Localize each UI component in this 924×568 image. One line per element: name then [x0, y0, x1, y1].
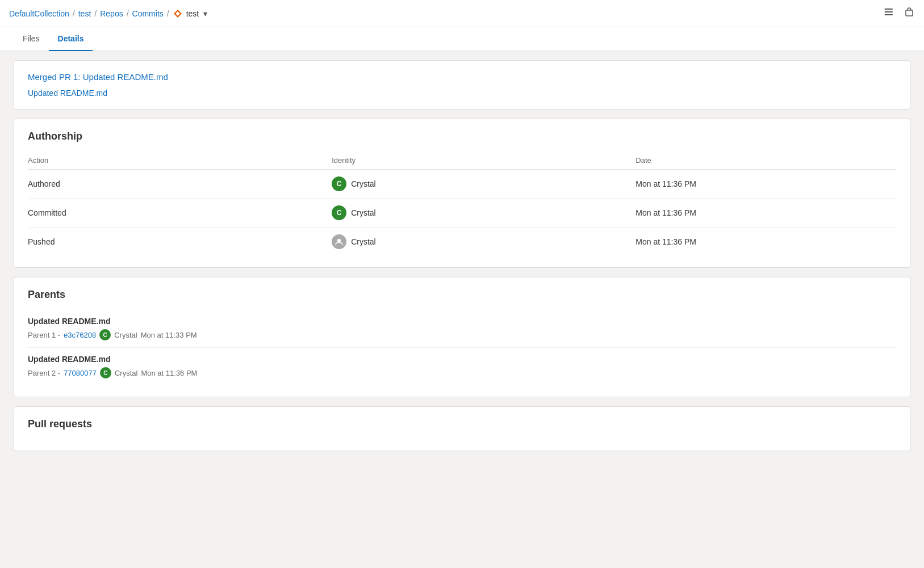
authorship-action: Pushed	[28, 228, 332, 256]
breadcrumb-test1[interactable]: test	[78, 9, 91, 18]
parent-item: Updated README.md Parent 2 - 77080077 C …	[28, 348, 896, 385]
identity-avatar	[332, 234, 346, 249]
parent-date: Mon at 11:33 PM	[141, 331, 197, 339]
authorship-table: Action Identity Date Authored C Crystal …	[28, 152, 896, 256]
breadcrumb-commits[interactable]: Commits	[132, 9, 164, 18]
svg-rect-3	[885, 11, 893, 12]
authorship-date: Mon at 11:36 PM	[635, 170, 896, 199]
parent-label: Parent 2 -	[28, 369, 60, 377]
separator-1: /	[73, 9, 75, 18]
parent-commit-title: Updated README.md	[28, 355, 896, 364]
parent-commit-title: Updated README.md	[28, 317, 896, 326]
authorship-card: Authorship Action Identity Date Authored…	[14, 119, 910, 268]
authorship-row: Committed C Crystal Mon at 11:36 PM	[28, 199, 896, 228]
tabs-bar: Files Details	[0, 27, 924, 51]
tab-details[interactable]: Details	[49, 27, 93, 51]
pull-requests-title: Pull requests	[28, 418, 896, 430]
authorship-action: Committed	[28, 199, 332, 228]
breadcrumb-collection[interactable]: DefaultCollection	[9, 9, 69, 18]
parent-meta: Parent 1 - e3c76208 C Crystal Mon at 11:…	[28, 329, 896, 340]
svg-point-6	[885, 11, 886, 12]
parent-item: Updated README.md Parent 1 - e3c76208 C …	[28, 310, 896, 348]
parent-meta: Parent 2 - 77080077 C Crystal Mon at 11:…	[28, 367, 896, 378]
parent-avatar: C	[100, 367, 111, 378]
svg-point-7	[885, 14, 886, 15]
authorship-identity: C Crystal	[332, 199, 635, 228]
breadcrumb: DefaultCollection / test / Repos / Commi…	[9, 9, 207, 19]
authorship-title: Authorship	[28, 131, 896, 142]
col-header-identity: Identity	[332, 152, 635, 170]
svg-rect-2	[885, 9, 893, 10]
parent-hash[interactable]: 77080077	[64, 369, 97, 377]
authorship-row: Pushed Crystal Mon at 11:36 PM	[28, 228, 896, 256]
parent-identity-name: Crystal	[115, 369, 137, 377]
breadcrumb-branch: test	[186, 9, 199, 18]
repo-icon	[173, 9, 183, 19]
parents-list: Updated README.md Parent 1 - e3c76208 C …	[28, 310, 896, 385]
authorship-date: Mon at 11:36 PM	[635, 228, 896, 256]
bag-icon[interactable]	[904, 6, 915, 20]
commit-title[interactable]: Merged PR 1: Updated README.md	[28, 72, 896, 82]
parent-avatar: C	[99, 329, 111, 340]
identity-avatar: C	[332, 205, 346, 220]
top-bar: DefaultCollection / test / Repos / Commi…	[0, 0, 924, 27]
svg-point-5	[885, 9, 886, 10]
identity-name: Crystal	[351, 237, 376, 246]
pull-requests-card: Pull requests	[14, 406, 910, 451]
identity-avatar: C	[332, 176, 346, 191]
identity-name: Crystal	[351, 179, 376, 188]
parent-label: Parent 1 -	[28, 331, 60, 339]
authorship-identity: C Crystal	[332, 170, 635, 199]
identity-name: Crystal	[351, 208, 376, 217]
separator-2: /	[94, 9, 97, 18]
svg-point-9	[337, 239, 341, 242]
col-header-action: Action	[28, 152, 332, 170]
commit-description[interactable]: Updated README.md	[28, 89, 896, 98]
parent-identity-name: Crystal	[114, 331, 137, 339]
separator-4: /	[167, 9, 169, 18]
separator-3: /	[127, 9, 129, 18]
topbar-icons	[883, 6, 915, 20]
authorship-row: Authored C Crystal Mon at 11:36 PM	[28, 170, 896, 199]
branch-dropdown-button[interactable]: ▾	[203, 9, 207, 18]
list-icon[interactable]	[883, 6, 894, 20]
tab-files[interactable]: Files	[14, 27, 49, 51]
parent-date: Mon at 11:36 PM	[141, 369, 197, 377]
col-header-date: Date	[635, 152, 896, 170]
parent-hash[interactable]: e3c76208	[64, 331, 96, 339]
authorship-identity: Crystal	[332, 228, 635, 256]
svg-rect-4	[885, 14, 893, 15]
parents-title: Parents	[28, 289, 896, 301]
parents-card: Parents Updated README.md Parent 1 - e3c…	[14, 277, 910, 397]
authorship-date: Mon at 11:36 PM	[635, 199, 896, 228]
authorship-action: Authored	[28, 170, 332, 199]
svg-rect-8	[906, 10, 913, 16]
commit-message-card: Merged PR 1: Updated README.md Updated R…	[14, 60, 910, 110]
breadcrumb-repos[interactable]: Repos	[100, 9, 123, 18]
